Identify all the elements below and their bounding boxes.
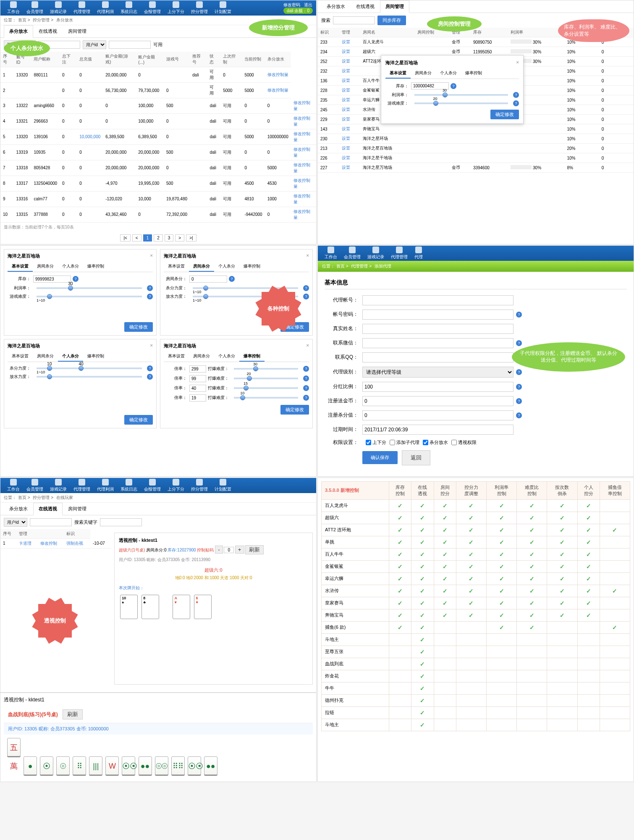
nav-item[interactable]: 系统日志 bbox=[117, 479, 141, 492]
nav-item[interactable]: 控分管理 bbox=[188, 1, 211, 15]
wechat-input[interactable] bbox=[362, 338, 513, 348]
multiplier-input[interactable] bbox=[189, 365, 206, 373]
refresh-button[interactable]: 刷新 bbox=[245, 545, 264, 554]
page-button[interactable]: < bbox=[132, 234, 141, 242]
ctab[interactable]: 爆率控制 bbox=[239, 262, 265, 272]
water-slider[interactable] bbox=[37, 376, 142, 378]
ctab[interactable]: 房间杀分 bbox=[33, 262, 58, 272]
ctab[interactable]: 个人杀分 bbox=[214, 262, 239, 272]
modify-control-link[interactable]: 修改控制量 bbox=[265, 83, 291, 98]
confirm-button[interactable]: 确定修改 bbox=[124, 415, 153, 425]
password-input[interactable] bbox=[362, 310, 513, 320]
modify-control-link[interactable]: 修改控制量 bbox=[291, 207, 316, 222]
nav-item[interactable]: 计划配置 bbox=[211, 479, 235, 492]
settings-link[interactable]: 设置 bbox=[339, 115, 361, 124]
nav-item[interactable]: 代理利润 bbox=[94, 479, 117, 492]
ctab[interactable]: 房间杀分 bbox=[411, 68, 436, 79]
ctab[interactable]: 房间杀分 bbox=[189, 262, 214, 272]
modify-control-link[interactable]: 修改控制量 bbox=[291, 160, 316, 176]
keyword-input[interactable] bbox=[100, 518, 142, 526]
help-icon[interactable]: ? bbox=[303, 294, 309, 299]
close-icon[interactable]: × bbox=[307, 343, 309, 348]
refresh-button[interactable]: 刷新 bbox=[63, 709, 83, 719]
help-icon[interactable]: ? bbox=[147, 294, 153, 299]
explode-slider[interactable]: 20 bbox=[234, 378, 298, 379]
help-icon[interactable]: ? bbox=[516, 340, 522, 346]
help-icon[interactable]: ? bbox=[516, 312, 522, 318]
tab[interactable]: 杀分放水 bbox=[4, 503, 33, 515]
modify-control-link[interactable]: 修改控制量 bbox=[291, 176, 316, 191]
nav-item[interactable]: 代理管理 bbox=[70, 479, 94, 492]
nav-item[interactable]: 代理利润 bbox=[94, 1, 117, 15]
nav-item[interactable]: 工作台 bbox=[321, 247, 341, 260]
cb-kill[interactable] bbox=[423, 440, 428, 445]
modify-control-link[interactable]: 修改控制量 bbox=[291, 98, 316, 114]
close-icon[interactable]: × bbox=[150, 343, 153, 348]
help-icon[interactable]: ? bbox=[516, 384, 522, 390]
ctab[interactable]: 基本设置 bbox=[385, 68, 411, 79]
minus-button[interactable]: - bbox=[215, 546, 223, 554]
account-input[interactable] bbox=[362, 295, 513, 305]
nav-item[interactable]: 游戏记录 bbox=[364, 247, 388, 260]
gold-input[interactable] bbox=[362, 396, 513, 406]
confirm-button[interactable]: 确定修改 bbox=[124, 322, 153, 332]
ctab[interactable]: 基本设置 bbox=[164, 352, 189, 362]
ctab[interactable]: 爆率控制 bbox=[239, 352, 265, 362]
page-button[interactable]: 1 bbox=[143, 234, 152, 242]
modify-control-link[interactable]: 修改控制量 bbox=[265, 67, 291, 83]
tab[interactable]: 房间管理 bbox=[380, 0, 409, 13]
settings-link[interactable]: 设置 bbox=[339, 47, 361, 57]
logout-link[interactable]: 退出 bbox=[304, 3, 312, 7]
user-input[interactable] bbox=[30, 518, 72, 526]
user-select[interactable]: 用户id bbox=[4, 518, 27, 527]
nav-item[interactable]: 游戏记录 bbox=[47, 479, 70, 492]
sync-stock-button[interactable]: 同步库存 bbox=[377, 16, 406, 25]
help-icon[interactable]: ? bbox=[147, 374, 153, 380]
nav-item[interactable]: 工作台 bbox=[4, 1, 23, 15]
help-icon[interactable]: ? bbox=[303, 366, 309, 372]
change-pw-link[interactable]: 修改密码 bbox=[283, 3, 300, 7]
cb-updown[interactable] bbox=[366, 440, 371, 445]
close-icon[interactable]: × bbox=[150, 253, 153, 258]
tab[interactable]: 在线透视 bbox=[33, 25, 63, 37]
ctab[interactable]: 个人杀分 bbox=[214, 352, 239, 362]
nav-item[interactable]: 会员管理 bbox=[341, 247, 364, 260]
page-button[interactable]: 2 bbox=[154, 234, 163, 242]
help-icon[interactable]: ? bbox=[73, 276, 79, 282]
close-icon[interactable]: × bbox=[307, 253, 309, 258]
ctab[interactable]: 房间杀分 bbox=[189, 352, 214, 362]
close-icon[interactable]: × bbox=[516, 60, 519, 65]
search-input[interactable] bbox=[333, 16, 375, 24]
kill-input[interactable] bbox=[362, 410, 513, 420]
nav-item[interactable]: 系统日志 bbox=[117, 1, 141, 15]
modify-control-link[interactable]: 修改控制量 bbox=[291, 144, 316, 160]
explode-slider[interactable]: 15 bbox=[234, 387, 298, 389]
page-button[interactable]: > bbox=[175, 234, 184, 242]
nav-item[interactable]: 代理管理 bbox=[388, 247, 411, 260]
tab[interactable]: 房间管理 bbox=[63, 503, 92, 515]
settings-link[interactable]: 设置 bbox=[339, 163, 361, 173]
back-button[interactable]: 返回 bbox=[402, 450, 430, 465]
tab[interactable]: 在线透视 bbox=[351, 0, 380, 13]
nav-item[interactable]: 游戏记录 bbox=[47, 1, 70, 15]
nav-item[interactable]: 上分下分 bbox=[164, 479, 188, 492]
level-select[interactable]: 请选择代理等级 bbox=[362, 367, 513, 378]
ctab[interactable]: 爆率控制 bbox=[83, 262, 108, 272]
nav-item[interactable]: 会报管理 bbox=[141, 479, 164, 492]
plus-button[interactable]: + bbox=[235, 546, 244, 554]
page-button[interactable]: |< bbox=[120, 234, 130, 242]
ctab[interactable]: 房间杀分 bbox=[33, 352, 58, 362]
ctab[interactable]: 基本设置 bbox=[8, 262, 33, 272]
help-icon[interactable]: ? bbox=[303, 285, 309, 291]
expire-input[interactable] bbox=[362, 425, 513, 435]
multiplier-input[interactable] bbox=[189, 385, 206, 392]
realname-input[interactable] bbox=[362, 324, 513, 334]
settings-link[interactable]: 设置 bbox=[339, 76, 361, 86]
nav-item[interactable]: 代理管理 bbox=[70, 1, 94, 15]
qq-input[interactable] bbox=[362, 352, 513, 362]
nav-item[interactable]: 代理 bbox=[411, 247, 426, 260]
explode-slider[interactable]: 30 bbox=[234, 368, 298, 370]
save-button[interactable]: 确认保存 bbox=[362, 451, 398, 464]
nav-item[interactable]: 会报管理 bbox=[141, 1, 164, 15]
kill-slider[interactable]: 10401~10 bbox=[37, 368, 142, 369]
